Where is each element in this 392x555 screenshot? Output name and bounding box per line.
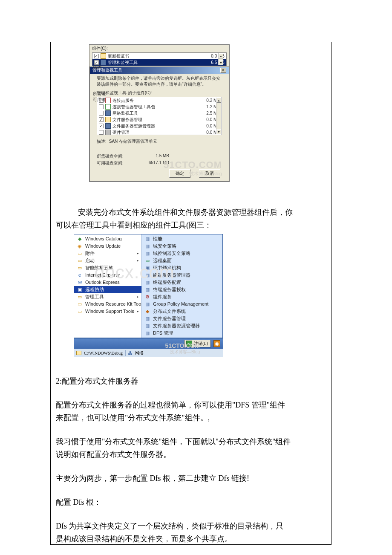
menu-item[interactable]: ▥性能 bbox=[142, 235, 222, 243]
network-icon[interactable]: 🖧 bbox=[128, 351, 133, 356]
folder-icon: ▭ bbox=[77, 251, 83, 257]
menu-item[interactable]: ▥文件服务器资源管理器 bbox=[142, 322, 222, 330]
menu-item[interactable]: eInternet Explorer bbox=[74, 272, 141, 279]
checkbox-icon[interactable] bbox=[94, 54, 99, 58]
menu-item[interactable]: ▥域控制器安全策略 bbox=[142, 250, 222, 257]
description-label: 描述: bbox=[97, 139, 107, 145]
menu-item[interactable]: ✉Outlook Express bbox=[74, 279, 141, 286]
gpo-icon: ▥ bbox=[144, 301, 150, 307]
menu-label: DFS 管理 bbox=[153, 330, 173, 336]
folder-icon: ▭ bbox=[77, 265, 83, 271]
disk-available-label: 可用磁盘空间: bbox=[97, 160, 135, 166]
start-menu: ◆Windows Catalog ◉Windows Update ▭附件▸ ▭启… bbox=[74, 234, 223, 338]
text: Dfs 为共享文件夹定义了一个层次结构，类似于标准的目录结构，只 bbox=[56, 522, 284, 530]
cert-icon: ▣ bbox=[144, 265, 150, 271]
scroll-down-icon[interactable]: ▼ bbox=[219, 60, 223, 65]
list-item[interactable]: 硬件管理 0.0 MB bbox=[97, 129, 222, 136]
fs-icon: ▥ bbox=[144, 316, 150, 322]
list-item[interactable]: 连接点服务 0.2 MB bbox=[97, 97, 222, 104]
disk-available-value: 6517.1 MB bbox=[135, 160, 169, 166]
menu-item[interactable]: ▭Windows Support Tools▸ bbox=[74, 308, 141, 315]
menu-label: 远程协助 bbox=[85, 286, 104, 293]
checkbox-icon[interactable] bbox=[99, 117, 104, 122]
menu-item[interactable]: ▥终端服务配置 bbox=[142, 279, 222, 286]
menu-label: 终端服务配置 bbox=[153, 279, 181, 286]
list-item[interactable]: 管理和监视工具 6.5 MB bbox=[92, 59, 226, 66]
component-name: 更新根证书 bbox=[108, 53, 199, 59]
component-icon bbox=[105, 104, 111, 110]
scrollbar[interactable]: ▲ ▼ bbox=[216, 98, 221, 134]
menu-item[interactable]: ▥终端服务器授权 bbox=[142, 286, 222, 293]
component-icon bbox=[101, 53, 106, 59]
ts-config-icon: ▥ bbox=[144, 280, 150, 286]
list-item[interactable]: 文件服务器资源管理器 0.0 MB bbox=[97, 123, 222, 129]
taskbar-path[interactable]: C:\WINDOWS\Debug bbox=[84, 351, 123, 356]
side-req-label: 所需磁 bbox=[93, 91, 106, 97]
text: 我习惯于使用"分布式文件系统"组件，下面就以"分布式文件系统"组件 bbox=[56, 437, 291, 446]
menu-label: 文件服务器管理 bbox=[153, 315, 186, 322]
ts-license-icon: ▥ bbox=[144, 287, 150, 293]
list-item[interactable]: 文件服务器管理 0.0 MB bbox=[97, 116, 222, 123]
top-component-list[interactable]: 更新根证书 0.0 MB 管理和监视工具 6.5 MB ▲ ▼ bbox=[92, 52, 227, 66]
dialog-buttons: 确定 取消 bbox=[90, 167, 229, 181]
menu-label: Windows Support Tools bbox=[85, 308, 134, 315]
menu-item[interactable]: ▭智能陈桥五笔 bbox=[74, 264, 141, 272]
taskbar: C:\WINDOWS\Debug 🖧 网络 bbox=[74, 349, 223, 357]
menu-item[interactable]: ▥文件服务器管理 bbox=[142, 315, 222, 322]
scroll-down-icon[interactable]: ▼ bbox=[216, 129, 221, 134]
menu-item[interactable]: ▥终端服务器管理器 bbox=[142, 272, 222, 279]
menu-item[interactable]: ▥Group Policy Management bbox=[142, 301, 222, 308]
close-icon[interactable]: × bbox=[220, 68, 226, 73]
folder-icon: ▭ bbox=[77, 258, 83, 264]
network-label: 网络 bbox=[135, 350, 144, 356]
logoff-bar: ⎋ 注销(L) ◉ bbox=[74, 338, 223, 349]
menu-item[interactable]: ▭启动▸ bbox=[74, 257, 141, 264]
menu-label: 终端服务器授权 bbox=[153, 286, 186, 293]
menu-item[interactable]: ▥DFS 管理 bbox=[142, 330, 222, 337]
menu-item[interactable]: ▥域安全策略 bbox=[142, 243, 222, 250]
menu-item[interactable]: ▭附件▸ bbox=[74, 250, 141, 257]
menu-label: Internet Explorer bbox=[85, 272, 120, 278]
perf-icon: ▥ bbox=[144, 236, 150, 242]
scroll-up-icon[interactable]: ▲ bbox=[216, 98, 221, 103]
shutdown-button[interactable]: ◉ bbox=[213, 340, 220, 347]
component-name: 硬件管理 bbox=[112, 130, 194, 135]
menu-item[interactable]: ▣证书颁发机构 bbox=[142, 264, 222, 272]
scrollbar[interactable]: ▲ ▼ bbox=[218, 53, 223, 65]
menu-label: 终端服务器管理器 bbox=[153, 272, 190, 278]
list-item[interactable]: 更新根证书 0.0 MB bbox=[92, 53, 226, 59]
menu-item[interactable]: ⚙组件服务 bbox=[142, 293, 222, 301]
description-text: SAN 存储管理器管理单元 bbox=[109, 139, 157, 145]
logoff-button[interactable]: ⎋ 注销(L) bbox=[184, 340, 211, 347]
list-item[interactable]: 网络监视工具 2.5 MB bbox=[97, 110, 222, 116]
component-name: 管理和监视工具 bbox=[108, 60, 199, 65]
menu-item[interactable]: ◆分布式文件系统 bbox=[142, 308, 222, 315]
cancel-button[interactable]: 取消 bbox=[199, 169, 220, 178]
remote-icon: ▣ bbox=[77, 287, 83, 293]
menu-label: 文件服务器资源管理器 bbox=[153, 323, 200, 329]
menu-item[interactable]: ▣远程协助 bbox=[74, 286, 141, 293]
dfs-icon: ◆ bbox=[144, 309, 150, 315]
scroll-up-icon[interactable]: ▲ bbox=[219, 53, 223, 58]
checkbox-icon[interactable] bbox=[99, 130, 104, 135]
menu-item[interactable]: ▭远程桌面 bbox=[142, 257, 222, 264]
checkbox-icon[interactable] bbox=[99, 111, 104, 116]
menu-item[interactable]: ▭Windows Resource Kit Tools▸ bbox=[74, 301, 141, 308]
menu-item[interactable]: ▭管理工具▸ bbox=[74, 293, 141, 301]
sub-dialog-title-bar: 管理和监视工具 × bbox=[90, 67, 229, 74]
outlook-icon: ✉ bbox=[77, 280, 83, 286]
menu-item[interactable]: ◉Windows Update bbox=[74, 243, 141, 250]
menu-label: 智能陈桥五笔 bbox=[85, 265, 113, 271]
catalog-icon: ◆ bbox=[77, 236, 83, 242]
disk-required-row: 所需磁盘空间: 1.5 MB bbox=[90, 153, 229, 160]
paragraph: 配置分布式文件服务器的过程也很简单，你可以使用"DFS 管理"组件 来配置，也可… bbox=[54, 399, 328, 424]
ts-icon: ▥ bbox=[144, 272, 150, 278]
checkbox-icon[interactable] bbox=[99, 124, 104, 128]
remote-desktop-icon: ▭ bbox=[144, 258, 150, 264]
subcomponent-list[interactable]: 连接点服务 0.2 MB 连接管理器管理工具包 1.2 MB 网络监视工具 2.… bbox=[97, 97, 222, 135]
checkbox-icon[interactable] bbox=[99, 104, 104, 109]
ok-button[interactable]: 确定 bbox=[169, 169, 190, 178]
list-item[interactable]: 连接管理器管理工具包 1.2 MB bbox=[97, 104, 222, 110]
chevron-right-icon: ▸ bbox=[137, 250, 139, 257]
menu-item[interactable]: ◆Windows Catalog bbox=[74, 235, 141, 243]
